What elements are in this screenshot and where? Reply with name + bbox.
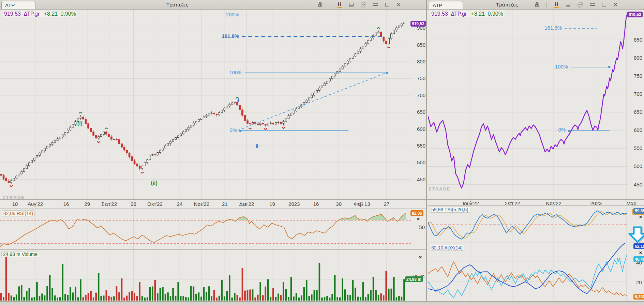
ztrade-watermark: ZTRADE: [429, 186, 451, 192]
rsi-mid-level-label: 50: [410, 224, 425, 230]
tsi-value-tag: 59,88: [633, 208, 644, 214]
last-price-tag: 919,53: [627, 12, 643, 17]
adx-label: 62,10 ADX(14): [430, 245, 464, 251]
y-axis-label: 500: [628, 163, 642, 169]
y-axis-label: 800: [411, 59, 425, 64]
y-axis-label: 850: [628, 37, 642, 43]
y-axis-label: 550: [628, 145, 642, 151]
rsi-pane[interactable]: [0, 209, 411, 249]
panel-layout-icon[interactable]: [349, 3, 354, 6]
x-axis-label: Νοε'22: [191, 201, 212, 207]
adx-grid-label-20: 20: [636, 279, 642, 285]
x-axis-label: Αυγ'22: [25, 201, 46, 207]
maximize-icon[interactable]: [385, 3, 389, 6]
x-axis-label: 29: [76, 201, 98, 207]
fib-level-label: 100%: [543, 64, 568, 70]
y-axis-label: 750: [628, 73, 642, 79]
y-axis-label: 850: [411, 42, 425, 48]
rsi-pane-border: [0, 209, 426, 209]
y-axis-label: 500: [411, 159, 425, 165]
tsi-close-button[interactable]: ✕: [639, 215, 642, 219]
fib-level-label: 0%: [541, 127, 566, 133]
right-toolbar: ▼ H 99 ✕: [535, 0, 618, 9]
y-axis-label: 450: [411, 177, 425, 182]
volume-pane[interactable]: [0, 250, 411, 301]
fib-level-label: 200%: [214, 12, 239, 17]
x-axis-label: 30: [328, 201, 350, 207]
bottom-scroll-strip[interactable]: [0, 301, 644, 305]
maximize-icon[interactable]: [602, 3, 606, 6]
x-axis-label: Δεκ'22: [236, 201, 258, 207]
adx-pane[interactable]: [428, 243, 627, 301]
left-toolbar: ▼ H 99 ✕: [318, 0, 401, 9]
quote-badge-icon[interactable]: 99: [578, 2, 583, 7]
toolbar-divider: [546, 2, 547, 8]
x-axis-label: 24: [169, 201, 191, 207]
fib-level-label: 161.8%: [214, 33, 239, 39]
plus-di-value-tag: 46,40: [633, 256, 644, 262]
rsi-close-button[interactable]: ✕: [417, 217, 420, 222]
y-axis-label: 700: [411, 92, 425, 98]
panel-splitter[interactable]: [426, 0, 427, 305]
right-price-chart[interactable]: [428, 10, 627, 199]
adx-close-button[interactable]: ✕: [639, 250, 642, 255]
elliott-wave-label: ii: [255, 143, 258, 150]
x-axis-label: Σεπ'22: [98, 201, 120, 207]
minus-di-value-tag: 6,200: [633, 294, 644, 300]
panel-layout-icon[interactable]: [566, 3, 570, 6]
elliott-wave-label: (ii): [151, 180, 158, 186]
x-axis-label: Φεβ 13: [351, 201, 373, 207]
fib-level-label: 100%: [218, 70, 242, 75]
left-panel-title: Τράπεζες: [0, 2, 355, 7]
interval-button[interactable]: H: [554, 1, 559, 8]
y-axis-label: 550: [411, 143, 425, 149]
y-axis-label: 450: [628, 182, 642, 187]
fib-level-label: 0%: [212, 127, 237, 133]
close-icon[interactable]: ✕: [613, 2, 618, 7]
elliott-wave-label: (i): [77, 121, 83, 127]
lock-icon[interactable]: [318, 2, 323, 7]
interval-button[interactable]: H: [337, 1, 342, 8]
left-axis-border: [411, 10, 411, 301]
x-axis-label: 19: [261, 201, 283, 207]
y-axis-label: 800: [628, 55, 642, 61]
close-icon[interactable]: ✕: [396, 2, 401, 7]
tsi-label: 59,88 TSI(5,20,5): [430, 207, 470, 213]
volume-label: 24,93 m Volume: [1, 251, 39, 257]
volume-close-button[interactable]: ✕: [419, 255, 422, 260]
x-axis-label: 18: [4, 201, 26, 207]
volume-value-tag: 24,93 m: [405, 276, 423, 282]
x-axis-label: 27: [376, 201, 398, 207]
tsi-pane-border: [427, 205, 644, 206]
adx-value-tag: 62,10: [633, 243, 644, 249]
adx-pane-border: [427, 243, 644, 243]
right-axis-border: [627, 10, 627, 301]
quote-badge-icon[interactable]: 99: [361, 2, 366, 7]
rsi-value-tag: 82,06: [410, 210, 423, 216]
x-axis-label: 2023: [283, 201, 305, 207]
toolbar-divider: [330, 2, 330, 8]
x-axis-label: 16: [305, 201, 327, 207]
y-axis-label: 650: [628, 109, 642, 115]
y-axis-label: 650: [411, 109, 425, 115]
ztrade-workspace: ΔΤΡ Τράπεζες ▼ H 99 ✕ ΔΤΡ Τράπεζες ▼ H 9…: [0, 0, 644, 305]
left-price-chart[interactable]: [0, 10, 411, 199]
lock-icon[interactable]: [535, 2, 539, 7]
last-price-tag: 919,53: [410, 21, 426, 27]
y-axis-label: 750: [411, 75, 425, 81]
elliott-wave-label: i: [238, 97, 239, 103]
down-arrow-annotation[interactable]: [627, 225, 644, 244]
x-axis-label: 16: [55, 201, 77, 207]
rows-icon[interactable]: [373, 3, 378, 6]
right-chart-bottom-border: [427, 199, 644, 200]
x-axis-label: Οκτ'22: [144, 201, 166, 207]
fib-level-label: 161.8%: [537, 25, 562, 31]
x-axis-label: 26: [123, 201, 145, 207]
y-axis-label: 700: [628, 91, 642, 97]
rows-icon[interactable]: [590, 3, 595, 6]
left-chart-bottom-border: [0, 199, 426, 200]
y-axis-label: 600: [628, 127, 642, 133]
y-axis-label: 600: [411, 126, 425, 132]
x-axis-label: 21: [214, 201, 236, 207]
rsi-label: 82,06 RSI(14): [2, 210, 35, 216]
